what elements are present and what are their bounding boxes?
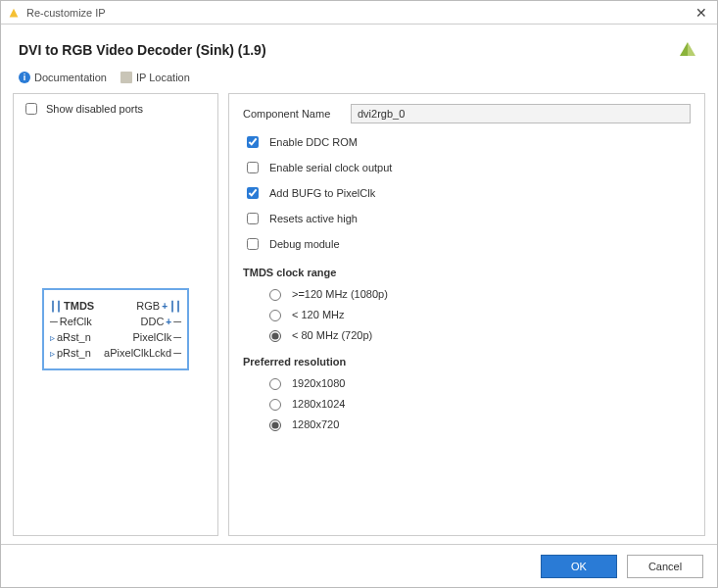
pin-in-icon: ▹ [50, 348, 55, 359]
resolution-radio-group: 1920x1080 1280x1024 1280x720 [243, 375, 691, 431]
add-bufg-label: Add BUFG to PixelClk [269, 187, 375, 199]
resolution-radio-2[interactable] [269, 419, 281, 431]
bus-out-icon: ┃┃ [169, 301, 181, 312]
pin-out-icon: ─ [173, 331, 181, 343]
show-disabled-checkbox[interactable] [25, 103, 37, 115]
folder-icon [120, 72, 132, 83]
resolution-radio-1[interactable] [269, 399, 281, 411]
port-prst: pRst_n [57, 347, 91, 359]
resets-high-checkbox[interactable] [247, 213, 259, 224]
tmds-option-2: < 80 MHz (720p) [292, 329, 372, 341]
enable-ddc-label: Enable DDC ROM [269, 136, 358, 148]
resolution-option-0: 1920x1080 [292, 377, 345, 389]
config-panel: Component Name Enable DDC ROM Enable ser… [228, 93, 705, 536]
link-bar: iDocumentation IP Location [1, 68, 717, 93]
port-rgb: RGB [136, 300, 160, 312]
tmds-radio-1[interactable] [269, 310, 281, 321]
component-name-label: Component Name [243, 108, 351, 120]
block-diagram-panel: Show disabled ports ┃┃ TMDS RGB +┃┃ ─ Re… [13, 93, 218, 536]
tmds-radio-2[interactable] [269, 330, 281, 342]
ip-block: ┃┃ TMDS RGB +┃┃ ─ RefClk DDC +─ ▹ aRst_n… [42, 288, 189, 370]
ip-location-link[interactable]: IP Location [120, 72, 190, 83]
port-refclk: RefClk [60, 316, 92, 327]
footer: OK Cancel [1, 544, 717, 587]
cancel-button[interactable]: Cancel [627, 555, 703, 578]
close-icon[interactable]: ✕ [692, 5, 711, 21]
body: Show disabled ports ┃┃ TMDS RGB +┃┃ ─ Re… [1, 93, 717, 544]
block-diagram: ┃┃ TMDS RGB +┃┃ ─ RefClk DDC +─ ▹ aRst_n… [14, 123, 217, 535]
show-disabled-row: Show disabled ports [14, 94, 217, 123]
header: DVI to RGB Video Decoder (Sink) (1.9) [1, 24, 717, 68]
tmds-radio-group: >=120 MHz (1080p) < 120 MHz < 80 MHz (72… [243, 286, 691, 342]
app-icon [7, 6, 21, 20]
bus-in-icon: ┃┃ [50, 301, 62, 312]
plus-icon: + [166, 317, 171, 327]
component-name-input[interactable] [351, 104, 691, 123]
ip-title: DVI to RGB Video Decoder (Sink) (1.9) [19, 42, 676, 58]
documentation-label: Documentation [34, 72, 107, 83]
tmds-option-0: >=120 MHz (1080p) [292, 288, 388, 300]
titlebar: Re-customize IP ✕ [1, 1, 717, 24]
resolution-option-2: 1280x720 [292, 418, 339, 430]
vendor-logo-icon [676, 38, 699, 62]
port-tmds: TMDS [64, 300, 94, 312]
dialog: Re-customize IP ✕ DVI to RGB Video Decod… [0, 0, 718, 588]
documentation-link[interactable]: iDocumentation [19, 72, 107, 83]
pin-out-icon: ─ [173, 316, 181, 327]
ip-location-label: IP Location [136, 72, 190, 83]
debug-label: Debug module [269, 238, 340, 250]
component-name-row: Component Name [243, 104, 691, 123]
debug-checkbox[interactable] [247, 238, 259, 250]
add-bufg-checkbox[interactable] [247, 187, 259, 199]
enable-serial-checkbox[interactable] [247, 162, 259, 173]
info-icon: i [19, 72, 30, 83]
tmds-radio-0[interactable] [269, 289, 281, 301]
port-apixelclklckd: aPixelClkLckd [104, 347, 171, 359]
pin-in-icon: ─ [50, 316, 58, 327]
resets-high-label: Resets active high [269, 213, 358, 224]
resolution-option-1: 1280x1024 [292, 398, 345, 410]
show-disabled-label: Show disabled ports [46, 103, 143, 115]
port-arst: aRst_n [57, 331, 91, 343]
resolution-section-title: Preferred resolution [243, 356, 691, 368]
plus-icon: + [162, 301, 168, 312]
enable-serial-label: Enable serial clock output [269, 162, 392, 173]
port-pixelclk: PixelClk [132, 331, 171, 343]
pin-out-icon: ─ [173, 347, 181, 359]
resolution-radio-0[interactable] [269, 378, 281, 390]
pin-in-icon: ▹ [50, 332, 55, 343]
window-title: Re-customize IP [26, 7, 692, 19]
enable-ddc-checkbox[interactable] [247, 136, 259, 148]
tmds-section-title: TMDS clock range [243, 267, 691, 278]
port-ddc: DDC [141, 316, 165, 327]
ok-button[interactable]: OK [541, 555, 617, 578]
tmds-option-1: < 120 MHz [292, 309, 345, 320]
